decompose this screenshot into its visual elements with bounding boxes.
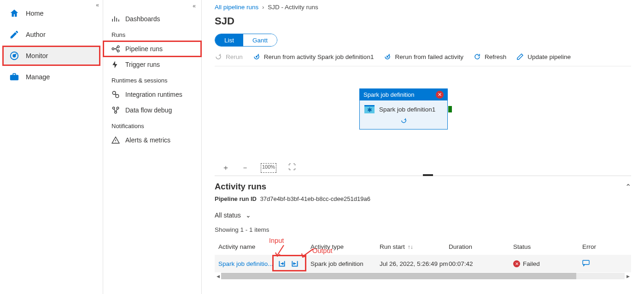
nav-monitor[interactable]: Monitor [3, 46, 100, 65]
collapse-primary-icon[interactable]: « [96, 2, 99, 8]
chevron-down-icon: ⌄ [246, 212, 251, 219]
breadcrumb-current: SJD - Activity runs [268, 4, 318, 11]
nav-home-label: Home [26, 10, 44, 17]
collapse-secondary-icon[interactable]: « [193, 3, 196, 9]
rerun-icon [215, 53, 222, 60]
dashboard-icon [111, 15, 120, 23]
col-duration[interactable]: Duration [449, 243, 513, 250]
svg-point-2 [112, 48, 114, 50]
sec-integration-runtimes-label: Integration runtimes [125, 91, 182, 98]
sec-dashboards-label: Dashboards [125, 15, 160, 23]
sort-icon: ↑↓ [408, 244, 413, 250]
primary-nav: « Home Author Monitor Manage [0, 0, 103, 294]
col-run-start-label: Run start [380, 243, 405, 250]
row-status: ✕ Failed [513, 260, 582, 267]
nav-author[interactable]: Author [3, 25, 100, 44]
node-close-icon[interactable]: ✕ [436, 91, 444, 99]
gauge-icon [9, 51, 19, 61]
horizontal-scrollbar[interactable]: ◂ ▸ [215, 272, 631, 280]
rerun-button: Rerun [215, 53, 243, 60]
sec-trigger-runs-label: Trigger runs [125, 61, 160, 68]
col-error[interactable]: Error [582, 243, 638, 250]
row-activity-type: Spark job definition [310, 260, 380, 267]
table-row[interactable]: Spark job definitio... Spark job definit… [215, 255, 631, 272]
collapse-section-icon[interactable]: ⌃ [625, 182, 631, 191]
scroll-track[interactable] [221, 273, 625, 279]
row-duration: 00:07:42 [449, 260, 513, 267]
nav-manage[interactable]: Manage [3, 67, 100, 87]
rerun-from-activity-label: Rerun from activity Spark job definition… [264, 53, 374, 60]
node-title: Spark job definition1 [379, 106, 435, 113]
sec-trigger-runs[interactable]: Trigger runs [103, 57, 201, 72]
col-activity-name[interactable]: Activity name [218, 243, 310, 250]
row-activity-name[interactable]: Spark job definitio... [218, 260, 273, 267]
sec-dataflow-debug[interactable]: Data flow debug [103, 102, 201, 118]
trigger-icon [111, 60, 120, 69]
activity-runs-section: Activity runs ⌃ Pipeline run ID 37d7e4bf… [215, 176, 631, 280]
pipeline-icon [111, 45, 120, 53]
canvas-controls: ＋ － 100% ⛶ [222, 163, 296, 173]
sec-pipeline-runs-label: Pipeline runs [125, 45, 163, 53]
integration-icon [111, 90, 120, 99]
sec-integration-runtimes[interactable]: Integration runtimes [103, 87, 201, 102]
svg-point-4 [117, 50, 119, 52]
sec-alerts-metrics-label: Alerts & metrics [125, 136, 170, 144]
node-header-label: Spark job definition [363, 91, 415, 98]
svg-point-10 [256, 56, 257, 57]
rerun-activity-icon [253, 53, 260, 60]
rerun-failed-button[interactable]: Rerun from failed activity [384, 53, 463, 60]
node-header: Spark job definition ✕ [360, 89, 447, 100]
node-refresh-icon[interactable] [360, 117, 447, 129]
col-run-start[interactable]: Run start ↑↓ [380, 243, 449, 250]
pipeline-canvas[interactable]: Spark job definition ✕ ✱ Spark job defin… [215, 66, 631, 176]
zoom-out-icon[interactable]: － [241, 163, 249, 173]
toolbox-icon [9, 72, 19, 82]
run-id-label: Pipeline run ID [215, 195, 257, 202]
svg-point-9 [115, 111, 117, 113]
update-pipeline-button[interactable]: Update pipeline [516, 53, 571, 60]
rerun-from-activity-button[interactable]: Rerun from activity Spark job definition… [253, 53, 374, 60]
view-gantt[interactable]: Gantt [243, 34, 277, 46]
col-status[interactable]: Status [513, 243, 582, 250]
scroll-right-icon[interactable]: ▸ [625, 272, 631, 280]
sec-dashboards[interactable]: Dashboards [103, 11, 201, 27]
status-filter[interactable]: All status ⌄ [215, 212, 251, 219]
sec-pipeline-runs[interactable]: Pipeline runs [103, 41, 201, 57]
scroll-left-icon[interactable]: ◂ [215, 272, 221, 280]
refresh-button[interactable]: Refresh [474, 53, 506, 60]
spark-icon: ✱ [364, 105, 375, 113]
update-pipeline-label: Update pipeline [527, 53, 571, 60]
fullscreen-icon[interactable]: ⛶ [288, 163, 296, 173]
svg-point-7 [112, 107, 115, 109]
nav-monitor-label: Monitor [26, 52, 48, 59]
view-list[interactable]: List [215, 34, 243, 46]
output-icon[interactable] [291, 259, 299, 268]
zoom-fit-icon[interactable]: 100% [261, 163, 276, 173]
page-title: SJD [215, 15, 631, 27]
svg-point-8 [117, 107, 119, 109]
breadcrumb-root[interactable]: All pipeline runs [215, 4, 258, 11]
row-error-icon[interactable] [582, 260, 638, 268]
edit-icon [516, 53, 524, 60]
activity-node[interactable]: Spark job definition ✕ ✱ Spark job defin… [359, 88, 448, 129]
nav-home[interactable]: Home [3, 4, 100, 23]
input-icon[interactable] [278, 259, 286, 268]
row-count: Showing 1 - 1 items [215, 226, 631, 233]
main-content: All pipeline runs › SJD - Activity runs … [202, 0, 644, 294]
refresh-icon [474, 53, 481, 60]
node-body: ✱ Spark job definition1 [360, 100, 447, 117]
zoom-in-icon[interactable]: ＋ [222, 163, 229, 173]
rerun-failed-label: Rerun from failed activity [395, 53, 463, 60]
rerun-label: Rerun [226, 53, 243, 60]
runs-heading: Runs [103, 27, 201, 41]
col-activity-type[interactable]: Activity type [310, 243, 380, 250]
sec-alerts-metrics[interactable]: Alerts & metrics [103, 132, 201, 148]
nav-author-label: Author [26, 31, 46, 38]
view-toggle[interactable]: List Gantt [215, 34, 277, 47]
dataflow-icon [111, 106, 120, 114]
alert-icon [111, 136, 120, 144]
scroll-thumb[interactable] [221, 273, 576, 279]
pencil-icon [9, 29, 19, 40]
notifications-heading: Notifications [103, 118, 201, 132]
runtimes-heading: Runtimes & sessions [103, 72, 201, 87]
